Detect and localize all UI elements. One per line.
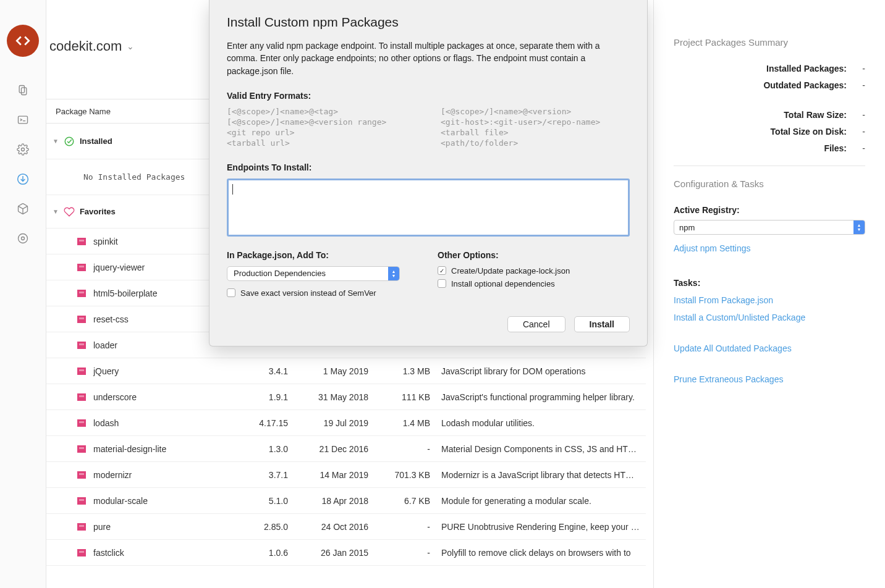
pin-icon — [77, 419, 86, 427]
package-date: 14 Mar 2019 — [288, 470, 368, 480]
package-desc: Material Design Components in CSS, JS an… — [441, 444, 646, 454]
package-date: 24 Oct 2016 — [288, 522, 368, 532]
cancel-button[interactable]: Cancel — [507, 316, 565, 332]
package-name: material-design-lite — [93, 444, 239, 454]
pin-icon — [77, 316, 86, 323]
package-version: 5.1.0 — [239, 496, 288, 506]
pin-icon — [77, 549, 86, 556]
create-lock-checkbox[interactable]: ✓ Create/Update package-lock.json — [438, 266, 630, 275]
package-size: - — [368, 444, 430, 454]
svg-point-16 — [65, 137, 74, 146]
package-name: modular-scale — [93, 496, 239, 506]
svg-point-8 — [22, 237, 25, 240]
left-rail — [0, 0, 46, 588]
package-desc: Polyfill to remove click delays on brows… — [441, 548, 646, 558]
right-panel: Project Packages Summary Installed Packa… — [653, 0, 885, 588]
heart-icon — [64, 206, 75, 217]
task-install-custom[interactable]: Install a Custom/Unlisted Package — [674, 313, 865, 322]
chevron-down-icon: ⌄ — [127, 41, 134, 51]
summary-files: Files: - — [674, 143, 865, 153]
package-row[interactable]: pure2.85.024 Oct 2016-PURE Unobtrusive R… — [46, 514, 646, 540]
endpoints-input[interactable] — [227, 178, 630, 237]
endpoints-label: Endpoints To Install: — [227, 162, 630, 172]
adjust-npm-link[interactable]: Adjust npm Settings — [674, 243, 865, 253]
task-update-all[interactable]: Update All Outdated Packages — [674, 343, 865, 353]
disclosure-triangle-icon[interactable]: ▼ — [53, 208, 59, 215]
package-desc: Modernizr is a JavaScript library that d… — [441, 470, 646, 480]
checkbox-checked-icon: ✓ — [438, 266, 446, 275]
formats-label: Valid Entry Formats: — [227, 91, 630, 101]
pin-icon — [77, 342, 86, 349]
pin-icon — [77, 445, 86, 453]
package-desc: JavaScript library for DOM operations — [441, 366, 646, 376]
text-cursor — [232, 184, 233, 195]
package-date: 31 May 2018 — [288, 392, 368, 402]
summary-title: Project Packages Summary — [674, 37, 865, 48]
nav-settings-icon[interactable] — [12, 138, 34, 161]
package-size: 6.7 KB — [368, 496, 430, 506]
package-size: 701.3 KB — [368, 470, 430, 480]
tasks-label: Tasks: — [674, 278, 865, 288]
package-row[interactable]: material-design-lite1.3.021 Dec 2016-Mat… — [46, 436, 646, 462]
package-date: 26 Jan 2015 — [288, 548, 368, 558]
code-icon — [15, 33, 31, 49]
task-install-pkgjson[interactable]: Install From Package.json — [674, 295, 865, 305]
registry-label: Active Registry: — [674, 205, 865, 215]
package-version: 2.85.0 — [239, 522, 288, 532]
package-desc: PURE Unobtrusive Rendering Engine, keep … — [441, 522, 646, 532]
summary-disk: Total Size on Disk: - — [674, 127, 865, 136]
package-size: 111 KB — [368, 392, 430, 402]
pin-icon — [77, 264, 86, 271]
divider — [674, 166, 865, 166]
task-prune[interactable]: Prune Extraneous Packages — [674, 374, 865, 384]
nav-packages-icon[interactable] — [12, 168, 34, 190]
package-version: 4.17.15 — [239, 418, 288, 428]
formats-grid: [<@scope>/]<name>@<tag> [<@scope>/]<name… — [227, 107, 630, 148]
package-version: 1.3.0 — [239, 444, 288, 454]
package-desc: Lodash modular utilities. — [441, 418, 646, 428]
package-name: underscore — [93, 392, 239, 402]
package-row[interactable]: jQuery3.4.11 May 20191.3 MBJavaScript li… — [46, 358, 646, 384]
package-row[interactable]: underscore1.9.131 May 2018111 KBJavaScri… — [46, 384, 646, 410]
package-row[interactable]: modernizr3.7.114 Mar 2019701.3 KBModerni… — [46, 462, 646, 488]
nav-assets-icon[interactable] — [12, 198, 34, 220]
install-optional-checkbox[interactable]: Install optional dependencies — [438, 279, 630, 288]
save-exact-checkbox[interactable]: Save exact version instead of SemVer — [227, 288, 419, 298]
package-row[interactable]: lodash4.17.1519 Jul 20191.4 MBLodash mod… — [46, 410, 646, 436]
modal-body: Enter any valid npm package endpoint. To… — [227, 40, 630, 77]
svg-rect-2 — [19, 116, 28, 124]
package-name: lodash — [93, 418, 239, 428]
package-date: 21 Dec 2016 — [288, 444, 368, 454]
package-date: 1 May 2019 — [288, 366, 368, 376]
app-logo — [7, 25, 39, 57]
nav-terminal-icon[interactable] — [12, 109, 34, 131]
pkgjson-select[interactable]: Production Dependencies ▲▼ — [227, 266, 400, 281]
package-row[interactable]: modular-scale5.1.018 Apr 20186.7 KBModul… — [46, 488, 646, 514]
package-name: pure — [93, 522, 239, 532]
project-name: codekit.com — [49, 38, 122, 54]
nav-server-icon[interactable] — [12, 227, 34, 250]
checkbox-icon — [227, 288, 235, 297]
package-version: 1.9.1 — [239, 392, 288, 402]
registry-select[interactable]: npm ▲▼ — [674, 220, 865, 235]
svg-rect-0 — [19, 86, 24, 93]
package-row[interactable]: fastclick1.0.626 Jan 2015-Polyfill to re… — [46, 540, 646, 566]
pkgjson-label: In Package.json, Add To: — [227, 250, 419, 260]
package-size: 1.3 MB — [368, 366, 430, 376]
svg-point-4 — [22, 148, 25, 151]
pin-icon — [77, 290, 86, 297]
summary-outdated: Outdated Packages: - — [674, 80, 865, 90]
svg-point-7 — [19, 234, 28, 243]
pin-icon — [77, 471, 86, 479]
nav-files-icon[interactable] — [12, 79, 34, 101]
disclosure-triangle-icon[interactable]: ▼ — [53, 138, 59, 145]
install-button[interactable]: Install — [574, 316, 630, 332]
project-selector[interactable]: codekit.com ⌄ — [49, 38, 134, 54]
package-size: - — [368, 548, 430, 558]
pin-icon — [77, 368, 86, 375]
install-custom-modal: Install Custom npm Packages Enter any va… — [209, 0, 648, 346]
pin-icon — [77, 393, 86, 401]
group-installed-label: Installed — [80, 136, 112, 146]
package-date: 19 Jul 2019 — [288, 418, 368, 428]
group-favorites-label: Favorites — [80, 207, 116, 216]
